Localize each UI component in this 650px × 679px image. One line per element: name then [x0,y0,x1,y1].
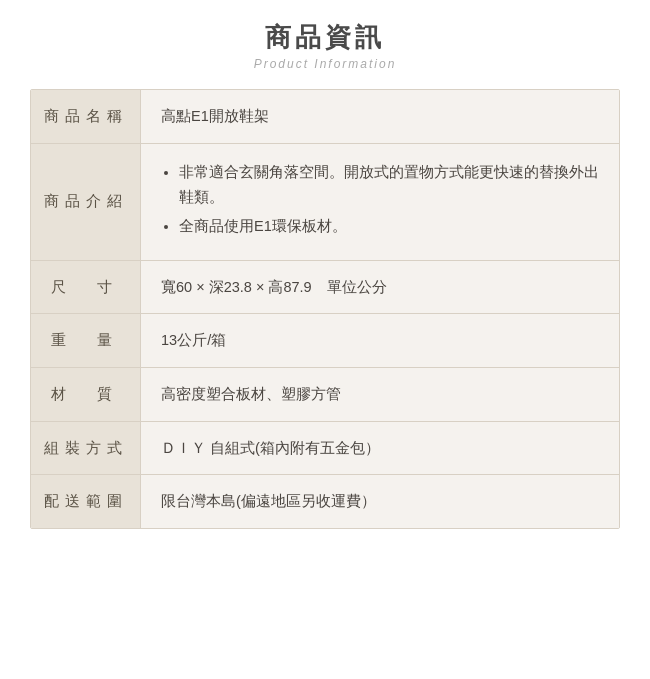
page-title-en: Product Information [30,57,620,71]
label-shipping: 配送範圍 [31,475,141,528]
value-shipping: 限台灣本島(偏遠地區另收運費） [141,475,619,528]
bullet-item: 非常適合玄關角落空間。開放式的置物方式能更快速的替換外出鞋類。 [179,160,599,211]
row-weight: 重 量13公斤/箱 [31,314,619,368]
bullet-item: 全商品使用E1環保板材。 [179,214,599,239]
row-name: 商品名稱高點E1開放鞋架 [31,90,619,144]
row-assembly: 組裝方式ＤＩＹ 自組式(箱內附有五金包） [31,422,619,476]
value-material: 高密度塑合板材、塑膠方管 [141,368,619,421]
row-dimensions: 尺 寸寬60 × 深23.8 × 高87.9 單位公分 [31,261,619,315]
label-assembly: 組裝方式 [31,422,141,475]
label-dimensions: 尺 寸 [31,261,141,314]
value-assembly: ＤＩＹ 自組式(箱內附有五金包） [141,422,619,475]
label-name: 商品名稱 [31,90,141,143]
label-material: 材 質 [31,368,141,421]
value-weight: 13公斤/箱 [141,314,619,367]
value-description: 非常適合玄關角落空間。開放式的置物方式能更快速的替換外出鞋類。全商品使用E1環保… [141,144,619,260]
row-description: 商品介紹非常適合玄關角落空間。開放式的置物方式能更快速的替換外出鞋類。全商品使用… [31,144,619,261]
value-name: 高點E1開放鞋架 [141,90,619,143]
info-table: 商品名稱高點E1開放鞋架商品介紹非常適合玄關角落空間。開放式的置物方式能更快速的… [30,89,620,529]
value-dimensions: 寬60 × 深23.8 × 高87.9 單位公分 [141,261,619,314]
page-title-zh: 商品資訊 [30,20,620,55]
label-description: 商品介紹 [31,144,141,260]
product-info-container: 商品資訊 Product Information 商品名稱高點E1開放鞋架商品介… [30,20,620,529]
row-shipping: 配送範圍限台灣本島(偏遠地區另收運費） [31,475,619,528]
page-header: 商品資訊 Product Information [30,20,620,71]
label-weight: 重 量 [31,314,141,367]
row-material: 材 質高密度塑合板材、塑膠方管 [31,368,619,422]
